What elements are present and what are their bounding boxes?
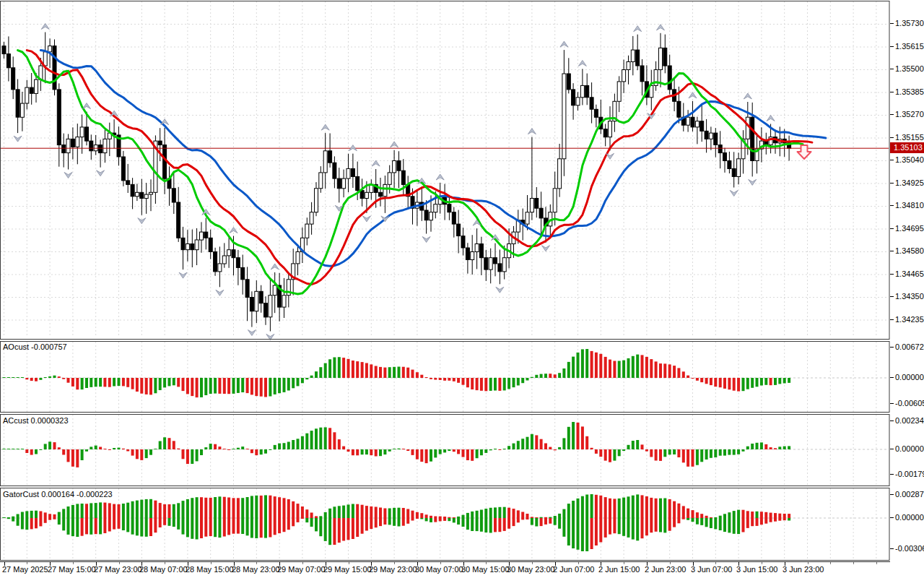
time-tick	[440, 562, 441, 564]
time-tick	[670, 562, 671, 564]
ac-axis-label: 0.0023456	[895, 416, 924, 426]
chart-plot-area: AOcust -0.000757 ACcust 0.0000323 GatorC…	[0, 0, 890, 578]
time-tick	[715, 562, 716, 564]
fractal-down-icon	[730, 190, 738, 196]
axis-tick	[890, 296, 894, 297]
fractal-up-icon	[271, 264, 279, 269]
price-tick-label: 1.35615	[895, 42, 924, 51]
time-axis-label: 27 May 23:00	[94, 565, 142, 574]
time-tick	[830, 562, 831, 564]
price-tick-label: 1.35385	[895, 87, 924, 97]
axis-tick	[890, 347, 894, 348]
time-axis[interactable]: 27 May 202527 May 15:0027 May 23:0028 Ma…	[0, 561, 890, 578]
price-tick-label: 1.34810	[895, 201, 924, 210]
price-tick-label: 1.35500	[895, 64, 924, 74]
time-axis-label: 3 Jun 23:00	[783, 565, 824, 574]
fractal-up-icon	[689, 92, 697, 98]
gator-upper-bars	[3, 494, 791, 518]
fractal-up-icon	[578, 60, 586, 66]
price-tick-label: 1.35270	[895, 110, 924, 119]
gator-axis-label: 0.002877	[895, 490, 924, 499]
axis-tick	[890, 403, 894, 404]
ac-panel-title: ACcust 0.0000323	[3, 416, 69, 425]
fractal-up-icon	[744, 93, 751, 99]
alligator-jaw-line	[40, 51, 826, 267]
time-axis-label: 28 May 23:00	[232, 565, 280, 574]
time-tick	[486, 562, 487, 564]
ac-axis-label: 0.0000000	[895, 444, 924, 454]
time-axis-label: 27 May 15:00	[48, 565, 96, 574]
axis-tick	[890, 449, 894, 449]
fractal-down-icon	[496, 287, 504, 293]
gator-axis-label: -0.003062	[895, 544, 924, 553]
axis-tick	[890, 319, 894, 320]
ao-axis-label: 0.006725	[895, 342, 924, 352]
time-axis-label: 28 May 15:00	[186, 565, 234, 574]
panel-border	[1, 1, 890, 340]
time-tick	[624, 562, 624, 564]
time-tick	[119, 562, 120, 564]
time-tick	[394, 562, 395, 564]
ac-indicator-panel[interactable]	[0, 413, 890, 487]
axis-tick	[890, 46, 894, 47]
price-tick-label: 1.34580	[895, 246, 924, 256]
main-price-chart[interactable]	[0, 0, 890, 340]
axis-tick	[890, 420, 894, 421]
fractal-down-icon	[749, 179, 757, 185]
axis-tick	[890, 377, 894, 378]
time-tick	[165, 562, 165, 564]
fractal-up-icon	[349, 145, 357, 151]
axis-tick	[890, 160, 894, 160]
panel-border	[1, 342, 890, 413]
time-tick	[532, 562, 533, 564]
axis-tick	[890, 114, 894, 115]
price-axis[interactable]: 1.35103 1.357301.356151.355001.353851.35…	[890, 0, 924, 578]
fractal-down-icon	[248, 330, 256, 336]
time-axis-label: 27 May 2025	[2, 565, 48, 574]
ao-panel-title: AOcust -0.000757	[3, 342, 67, 351]
fractal-up-icon	[372, 160, 380, 166]
fractal-down-icon	[97, 171, 105, 176]
price-tick-label: 1.35155	[895, 133, 924, 142]
ac-bars	[3, 422, 791, 467]
candlesticks	[2, 33, 791, 332]
price-tick-label: 1.34235	[895, 315, 924, 324]
price-tick-label: 1.34925	[895, 178, 924, 188]
fractal-up-icon	[767, 115, 775, 121]
gator-panel-title: GatorCust 0.000164 -0.000223	[3, 490, 113, 499]
time-axis-label: 2 Jun 15:00	[598, 565, 640, 574]
time-tick	[73, 562, 74, 564]
ao-indicator-panel[interactable]	[0, 340, 890, 413]
time-tick	[762, 562, 762, 564]
axis-tick	[890, 474, 894, 475]
axis-tick	[890, 205, 894, 206]
trading-chart-window: AOcust -0.000757 ACcust 0.0000323 GatorC…	[0, 0, 924, 578]
ao-axis-label: -0.006057	[895, 399, 924, 408]
axis-tick	[890, 251, 894, 251]
axis-tick	[890, 69, 894, 69]
fractal-up-icon	[82, 103, 90, 109]
sell-signal-arrow-icon	[798, 145, 811, 159]
time-tick	[853, 562, 854, 564]
fractal-up-icon	[230, 228, 237, 233]
fractal-down-icon	[14, 136, 22, 142]
price-tick-label: 1.35730	[895, 19, 924, 28]
price-tick-label: 1.34350	[895, 292, 924, 301]
time-tick	[211, 562, 212, 564]
time-axis-label: 30 May 23:00	[507, 565, 555, 574]
fractal-down-icon	[362, 216, 370, 222]
time-axis-label: 29 May 23:00	[369, 565, 417, 574]
time-axis-label: 3 Jun 07:00	[691, 565, 733, 574]
ac-axis-label: -0.0017900	[895, 470, 924, 479]
axis-tick	[890, 274, 894, 275]
price-tick-label: 1.34695	[895, 224, 924, 233]
time-axis-label: 2 Jun 23:00	[645, 565, 687, 574]
fractal-up-icon	[528, 129, 536, 134]
fractal-up-icon	[656, 25, 664, 30]
time-tick	[808, 562, 808, 564]
ao-axis-label: 0.000000	[895, 373, 924, 382]
axis-tick	[890, 183, 894, 184]
gator-indicator-panel[interactable]	[0, 487, 890, 561]
time-axis-label: 29 May 07:00	[277, 565, 326, 574]
time-axis-label: 30 May 07:00	[415, 565, 463, 574]
